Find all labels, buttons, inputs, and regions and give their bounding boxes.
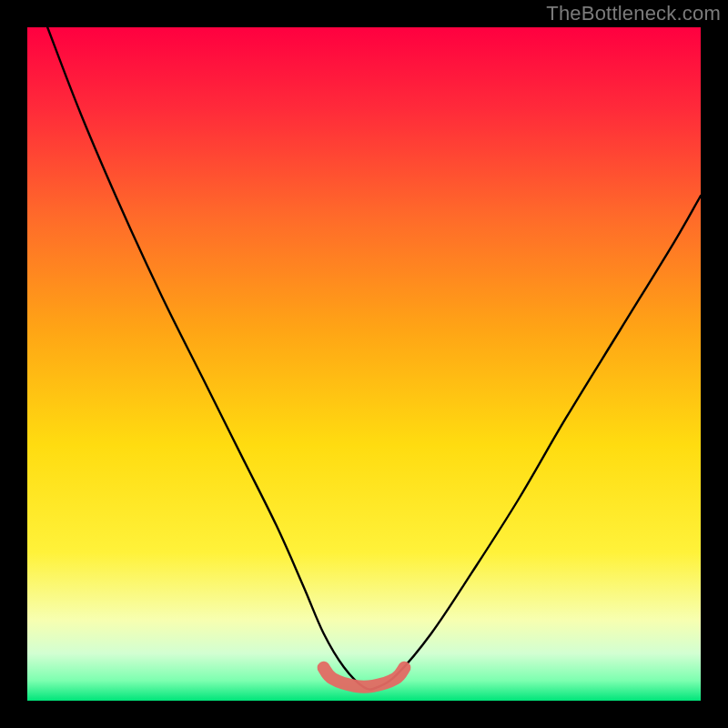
plot-area <box>27 27 701 701</box>
optimal-zone-highlight <box>324 668 405 687</box>
bottleneck-curve <box>27 27 701 701</box>
curve-path <box>47 27 701 690</box>
chart-frame: TheBottleneck.com <box>0 0 728 728</box>
attribution-label: TheBottleneck.com <box>546 2 721 25</box>
